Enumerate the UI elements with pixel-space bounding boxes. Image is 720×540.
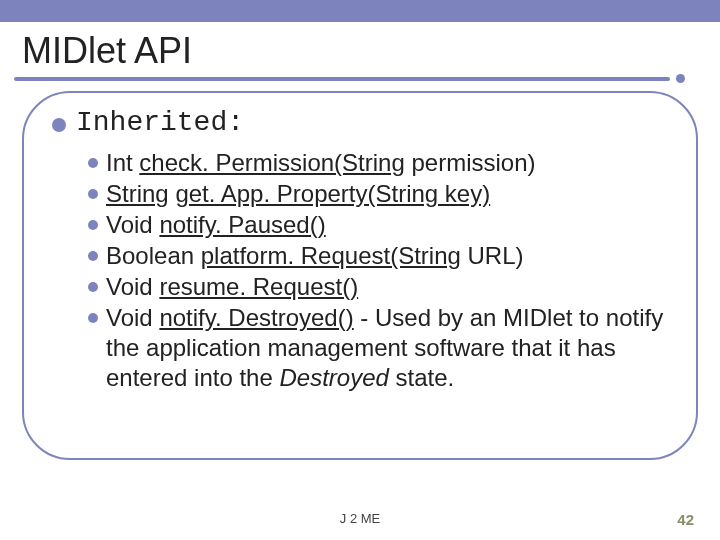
bullet-icon <box>88 251 98 261</box>
list-item: String get. App. Property(String key) <box>88 179 668 209</box>
slide-title: MIDlet API <box>0 22 720 74</box>
list-item-text: Int check. Permission(String permission) <box>106 148 535 178</box>
bullet-icon <box>88 313 98 323</box>
list-item-text: Void notify. Destroyed() - Used by an MI… <box>106 303 668 393</box>
footer-label: J 2 ME <box>0 511 720 526</box>
list-item: Void resume. Request() <box>88 272 668 302</box>
content-frame: Inherited: Int check. Permission(String … <box>22 91 698 460</box>
section-heading: Inherited: <box>76 107 244 138</box>
list-item: Void notify. Destroyed() - Used by an MI… <box>88 303 668 393</box>
list-item-text: Boolean platform. Request(String URL) <box>106 241 524 271</box>
bullet-icon <box>88 220 98 230</box>
top-accent-band <box>0 0 720 22</box>
title-rule <box>0 74 720 83</box>
bullet-icon <box>88 189 98 199</box>
list-item: Int check. Permission(String permission) <box>88 148 668 178</box>
list-item-text: Void resume. Request() <box>106 272 358 302</box>
list-item-text: String get. App. Property(String key) <box>106 179 490 209</box>
list-item: Boolean platform. Request(String URL) <box>88 241 668 271</box>
bullet-icon <box>88 158 98 168</box>
rule-dot <box>676 74 685 83</box>
slide: MIDlet API Inherited: Int check. Permiss… <box>0 0 720 540</box>
section-heading-row: Inherited: <box>52 107 668 138</box>
page-number: 42 <box>677 511 694 528</box>
list-item: Void notify. Paused() <box>88 210 668 240</box>
list-item-text: Void notify. Paused() <box>106 210 326 240</box>
bullet-icon <box>88 282 98 292</box>
method-list: Int check. Permission(String permission)… <box>88 148 668 393</box>
rule-line <box>14 77 670 81</box>
bullet-icon <box>52 118 66 132</box>
